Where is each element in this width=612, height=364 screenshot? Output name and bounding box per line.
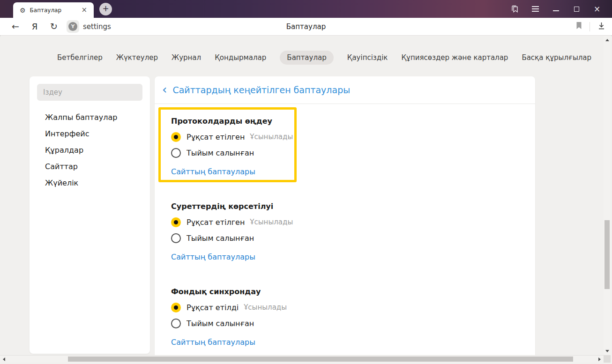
tab-groups-button[interactable] — [504, 0, 525, 18]
browser-window: ⚙ Баптаулар × + × — [0, 0, 612, 364]
radio-selected-icon[interactable] — [171, 217, 181, 227]
radio-option-allow[interactable]: Рұқсат етілді Ұсынылады — [171, 301, 507, 314]
close-window-button[interactable]: × — [587, 0, 607, 18]
radio-option-deny[interactable]: Тыйым салынған — [171, 317, 507, 330]
sidebar-item-interface[interactable]: Интерфейс — [30, 126, 150, 142]
radio-label[interactable]: Тыйым салынған — [187, 149, 254, 157]
horizontal-scrollbar[interactable] — [0, 355, 604, 363]
address-url[interactable]: settings — [83, 22, 111, 31]
downloads-button[interactable] — [597, 22, 605, 32]
recommended-badge: Ұсынылады — [250, 218, 293, 226]
scroll-right-icon[interactable] — [598, 357, 601, 361]
browser-tab-settings[interactable]: ⚙ Баптаулар × — [13, 2, 94, 18]
radio-option-allow[interactable]: Рұқсат етілген Ұсынылады — [171, 130, 507, 143]
scroll-left-icon[interactable] — [3, 357, 5, 361]
radio-unselected-icon[interactable] — [171, 148, 181, 158]
section-background-sync: Фондық синхрондау Рұқсат етілді Ұсынылад… — [171, 287, 507, 348]
sidebar-item-sites[interactable]: Сайттар — [30, 158, 150, 175]
radio-selected-icon[interactable] — [171, 132, 181, 142]
settings-main-panel: ‹ Сайттардың кеңейтілген баптаулары Прот… — [155, 76, 535, 356]
back-button[interactable]: ← — [6, 22, 25, 31]
window-controls: × — [504, 0, 607, 18]
toolbar-left: ← Я ↻ Y settings — [0, 20, 111, 33]
section-title: Фондық синхрондау — [171, 287, 507, 297]
toolbar-separator — [590, 22, 590, 31]
page-title: Баптаулар — [286, 22, 326, 31]
nav-tab-security[interactable]: Қауіпсіздік — [347, 53, 388, 62]
permission-sections: Протоколдарды өңдеу Рұқсат етілген Ұсыны… — [171, 116, 507, 364]
gear-icon: ⚙ — [20, 7, 26, 14]
bookmark-icon — [576, 22, 582, 30]
bookmark-button[interactable] — [576, 22, 582, 31]
scrollbar-corner — [604, 355, 611, 363]
nav-tab-history[interactable]: Журнал — [172, 53, 201, 62]
radio-selected-icon[interactable] — [171, 303, 181, 312]
refresh-button[interactable]: ↻ — [44, 22, 64, 31]
nav-tab-devices[interactable]: Басқа құрылғылар — [522, 53, 591, 62]
address-toolbar: ← Я ↻ Y settings Баптаулар — [0, 18, 612, 36]
nav-tab-bookmarks[interactable]: Бетбелгілер — [57, 53, 103, 62]
settings-nav-tabs: Бетбелгілер Жүктеулер Журнал Қондырмалар… — [57, 51, 591, 64]
section-title: Суреттердің көрсетілуі — [171, 201, 507, 212]
nav-tab-passwords[interactable]: Құпиясөздер және карталар — [401, 53, 508, 62]
new-tab-button[interactable]: + — [99, 3, 112, 15]
settings-page: Бетбелгілер Жүктеулер Журнал Қондырмалар… — [0, 36, 612, 364]
radio-option-allow[interactable]: Рұқсат етілген Ұсынылады — [171, 215, 507, 229]
tab-close-icon[interactable]: × — [79, 6, 89, 15]
nav-tab-extensions[interactable]: Қондырмалар — [215, 53, 266, 62]
nav-tab-settings[interactable]: Баптаулар — [280, 51, 333, 65]
radio-label[interactable]: Рұқсат етілген — [187, 133, 245, 141]
sidebar-list: Жалпы баптаулар Интерфейс Құралдар Сайтт… — [30, 109, 150, 191]
menu-button[interactable] — [525, 0, 545, 18]
horizontal-scroll-thumb[interactable] — [68, 357, 573, 362]
maximize-icon — [574, 7, 579, 12]
site-settings-link[interactable]: Сайттың баптаулары — [171, 167, 255, 177]
section-protocol-handling: Протоколдарды өңдеу Рұқсат етілген Ұсыны… — [171, 116, 507, 177]
vertical-scroll-thumb[interactable] — [605, 220, 610, 289]
radio-option-deny[interactable]: Тыйым салынған — [171, 231, 507, 245]
radio-label[interactable]: Рұқсат етілген — [187, 218, 245, 227]
tab-bar: ⚙ Баптаулар × + × — [0, 0, 612, 18]
maximize-button[interactable] — [566, 0, 587, 18]
hamburger-icon — [532, 6, 539, 12]
scroll-up-icon[interactable] — [605, 39, 609, 41]
toolbar-right — [576, 22, 605, 32]
tab-title: Баптаулар — [30, 7, 80, 14]
site-settings-link[interactable]: Сайттың баптаулары — [171, 337, 255, 348]
scroll-down-icon[interactable] — [605, 350, 609, 352]
radio-option-deny[interactable]: Тыйым салынған — [171, 146, 507, 159]
sidebar-item-general[interactable]: Жалпы баптаулар — [30, 109, 150, 126]
sidebar-item-system[interactable]: Жүйелік — [30, 175, 150, 191]
advanced-site-settings-header[interactable]: ‹ Сайттардың кеңейтілген баптаулары — [155, 76, 535, 104]
minimize-button[interactable] — [545, 0, 566, 18]
sidebar-item-tools[interactable]: Құралдар — [30, 142, 150, 158]
close-icon: × — [594, 5, 600, 13]
yandex-logo[interactable]: Я — [25, 22, 44, 31]
radio-label[interactable]: Рұқсат етілді — [187, 303, 239, 312]
radio-unselected-icon[interactable] — [171, 233, 181, 243]
section-title: Протоколдарды өңдеу — [171, 116, 507, 126]
minimize-icon — [553, 10, 559, 11]
radio-label[interactable]: Тыйым салынған — [187, 234, 254, 243]
download-icon — [597, 22, 605, 30]
search-input[interactable] — [37, 84, 142, 101]
radio-unselected-icon[interactable] — [171, 319, 181, 328]
protect-icon: Y — [68, 22, 77, 31]
radio-label[interactable]: Тыйым салынған — [187, 319, 254, 328]
section-image-display: Суреттердің көрсетілуі Рұқсат етілген Ұс… — [171, 201, 507, 262]
nav-tab-downloads[interactable]: Жүктеулер — [116, 53, 158, 62]
site-settings-link[interactable]: Сайттың баптаулары — [171, 252, 255, 262]
back-chevron-icon[interactable]: ‹ — [162, 83, 167, 96]
settings-sidebar: Жалпы баптаулар Интерфейс Құралдар Сайтт… — [30, 76, 150, 354]
recommended-badge: Ұсынылады — [250, 133, 293, 141]
tab-groups-icon — [510, 5, 519, 14]
recommended-badge: Ұсынылады — [244, 303, 287, 312]
vertical-scrollbar[interactable] — [604, 36, 611, 355]
main-header-title[interactable]: Сайттардың кеңейтілген баптаулары — [172, 85, 350, 95]
protect-badge[interactable]: Y — [67, 20, 79, 33]
